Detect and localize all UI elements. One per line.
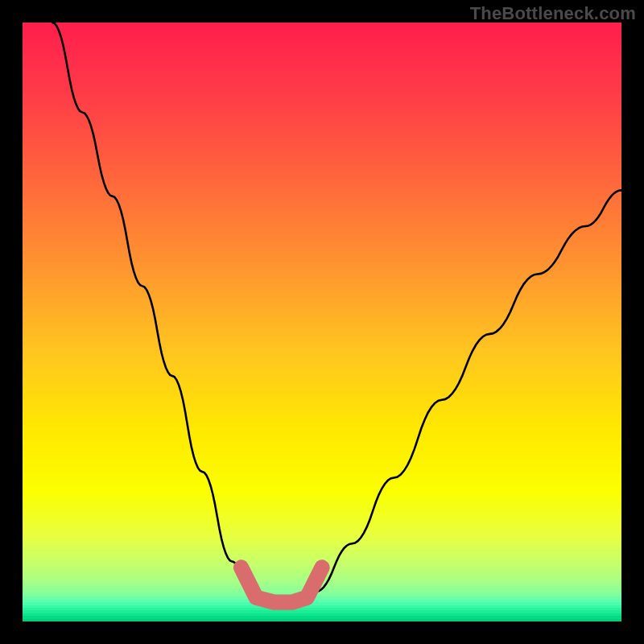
chart-frame: TheBottleneck.com <box>0 0 644 644</box>
background-gradient <box>23 23 621 621</box>
plot-area <box>23 23 621 621</box>
watermark-text: TheBottleneck.com <box>470 3 636 24</box>
